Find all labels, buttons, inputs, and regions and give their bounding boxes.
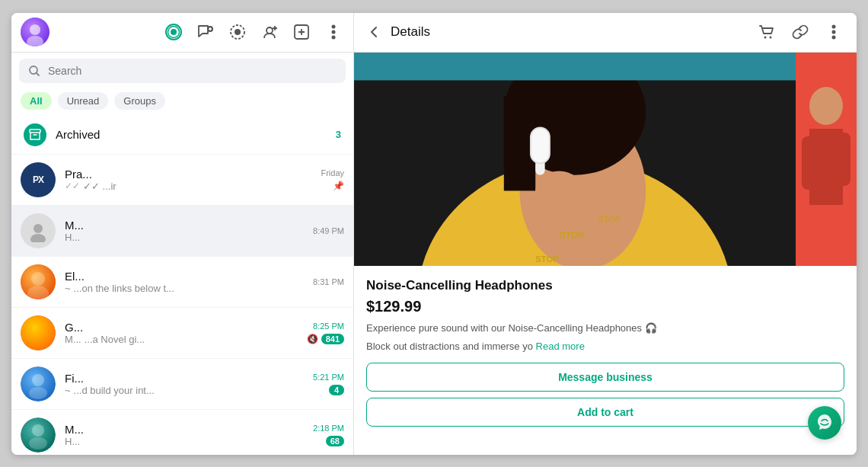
svg-point-29 bbox=[30, 234, 46, 242]
chat-time: 8:31 PM bbox=[313, 277, 344, 286]
chat-preview: ✓✓ ✓✓ ...ir bbox=[65, 181, 298, 192]
chat-name: M... bbox=[65, 219, 298, 232]
mute-icon: 🔇 bbox=[307, 334, 318, 344]
chat-item[interactable]: El... ~ ...on the links below t... 8:31 … bbox=[11, 257, 353, 308]
filter-tab-unread[interactable]: Unread bbox=[58, 92, 109, 110]
add-chat-icon[interactable] bbox=[291, 21, 312, 43]
svg-point-11 bbox=[266, 27, 273, 34]
message-business-button[interactable]: Message business bbox=[366, 363, 844, 392]
svg-point-31 bbox=[31, 272, 45, 286]
product-actions: Message business Add to cart bbox=[366, 363, 844, 427]
search-icon bbox=[28, 65, 40, 77]
chat-content: Fi... ~ ...d build your int... bbox=[65, 372, 298, 396]
product-description: Experience pure sound with our Noise-Can… bbox=[366, 321, 844, 335]
svg-rect-58 bbox=[837, 133, 850, 186]
chat-item[interactable]: Fi... ~ ...d build your int... 5:21 PM 4 bbox=[11, 359, 353, 410]
chat-avatar bbox=[21, 366, 56, 401]
archived-icon bbox=[24, 123, 46, 146]
svg-point-20 bbox=[764, 37, 767, 39]
svg-rect-57 bbox=[802, 136, 815, 190]
svg-point-33 bbox=[21, 315, 56, 350]
description-text-2: Block out distractions and immerse yo bbox=[366, 341, 533, 352]
svg-point-49 bbox=[535, 171, 582, 210]
search-input[interactable] bbox=[48, 65, 337, 77]
panel-title: Details bbox=[391, 24, 430, 40]
chat-name: Fi... bbox=[65, 372, 298, 385]
product-image-container: STOP STOP STOP bbox=[354, 53, 857, 266]
read-more-link[interactable]: Read more bbox=[536, 341, 585, 352]
status-icon[interactable] bbox=[227, 21, 248, 43]
sidebar: All Unread Groups Archived 3 bbox=[11, 53, 354, 455]
more-options-icon[interactable] bbox=[823, 21, 844, 43]
product-image-main: STOP STOP STOP bbox=[354, 53, 796, 266]
chat-name: G... bbox=[65, 321, 298, 334]
svg-point-38 bbox=[32, 424, 44, 437]
svg-point-18 bbox=[332, 30, 336, 34]
search-bar[interactable] bbox=[19, 59, 346, 83]
chat-avatar bbox=[21, 213, 56, 248]
svg-point-10 bbox=[235, 29, 241, 35]
svg-point-24 bbox=[832, 36, 836, 40]
new-community-icon[interactable] bbox=[259, 21, 280, 43]
link-icon[interactable] bbox=[790, 21, 811, 43]
product-image-side bbox=[796, 53, 857, 266]
right-panel: STOP STOP STOP bbox=[354, 53, 857, 455]
product-details: Noise-Cancelling Headphones $129.99 Expe… bbox=[354, 266, 857, 455]
filter-tab-all[interactable]: All bbox=[21, 92, 52, 110]
community-icon[interactable] bbox=[163, 21, 184, 43]
more-menu-icon[interactable] bbox=[323, 21, 344, 43]
chat-avatar: PX bbox=[21, 162, 56, 197]
chat-content: G... M... ...a Novel gi... bbox=[65, 321, 298, 345]
user-avatar[interactable] bbox=[21, 18, 49, 46]
description-text: Experience pure sound with our Noise-Can… bbox=[366, 322, 657, 334]
svg-point-23 bbox=[832, 30, 836, 34]
chat-time: Friday bbox=[321, 168, 344, 178]
svg-point-1 bbox=[30, 24, 40, 35]
svg-point-28 bbox=[34, 224, 43, 233]
chat-preview: M... ...a Novel gi... bbox=[65, 334, 298, 345]
chat-meta: 2:18 PM 68 bbox=[298, 424, 344, 446]
top-icons-group bbox=[163, 21, 344, 43]
chat-time: 8:25 PM bbox=[313, 321, 344, 331]
new-chat-icon[interactable] bbox=[195, 21, 216, 43]
svg-point-17 bbox=[332, 25, 336, 29]
chat-item[interactable]: M... H... 8:49 PM bbox=[11, 206, 353, 257]
chat-name: El... bbox=[65, 270, 298, 283]
chat-name: M... bbox=[65, 423, 298, 436]
chat-content: M... H... bbox=[65, 219, 298, 243]
filter-tab-groups[interactable]: Groups bbox=[114, 92, 165, 110]
chat-preview: H... bbox=[65, 232, 298, 243]
svg-point-55 bbox=[809, 87, 843, 125]
top-bar-left bbox=[11, 13, 354, 52]
svg-point-22 bbox=[832, 25, 836, 29]
chat-avatar bbox=[21, 264, 56, 299]
archived-row[interactable]: Archived 3 bbox=[11, 116, 353, 155]
cart-icon[interactable] bbox=[756, 21, 777, 43]
chat-meta: 8:31 PM bbox=[298, 277, 344, 286]
chat-avatar bbox=[21, 315, 56, 350]
chat-time: 2:18 PM bbox=[313, 424, 344, 433]
add-to-cart-button[interactable]: Add to cart bbox=[366, 398, 844, 427]
product-name: Noise-Cancelling Headphones bbox=[366, 278, 844, 293]
chat-item[interactable]: G... M... ...a Novel gi... 8:25 PM 🔇 841 bbox=[11, 308, 353, 359]
archived-label: Archived bbox=[56, 128, 100, 141]
avatar-label: PX bbox=[33, 174, 43, 185]
chat-name: Pra... bbox=[65, 168, 298, 181]
unread-badge: 841 bbox=[321, 334, 344, 344]
svg-line-26 bbox=[37, 72, 40, 75]
svg-rect-27 bbox=[30, 130, 40, 133]
svg-point-4 bbox=[171, 29, 177, 35]
top-right-icons bbox=[756, 21, 844, 43]
chat-meta: 5:21 PM 4 bbox=[298, 373, 344, 395]
chat-preview: ~ ...d build your int... bbox=[65, 385, 298, 396]
back-button[interactable] bbox=[366, 24, 381, 40]
chat-item[interactable]: PX Pra... ✓✓ ✓✓ ...ir Friday 📌 bbox=[11, 155, 353, 206]
svg-point-21 bbox=[770, 37, 772, 39]
ai-assistant-button[interactable] bbox=[808, 406, 841, 440]
chat-item[interactable]: M... H... 2:18 PM 68 bbox=[11, 410, 353, 455]
chat-preview: ~ ...on the links below t... bbox=[65, 283, 298, 294]
svg-text:STOP: STOP bbox=[559, 229, 585, 240]
svg-point-36 bbox=[29, 387, 47, 399]
svg-point-19 bbox=[332, 36, 336, 40]
chat-preview: H... bbox=[65, 436, 298, 447]
